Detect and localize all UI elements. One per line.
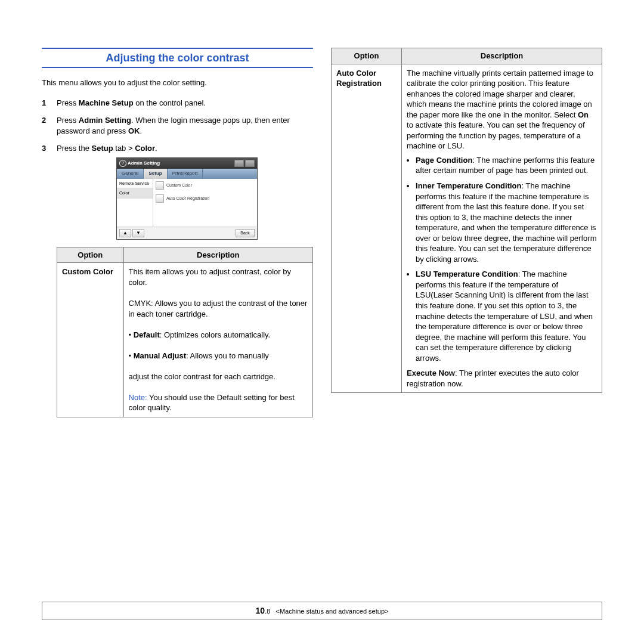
th-option: Option <box>332 48 402 64</box>
side-item: Remote Service <box>117 179 153 188</box>
checkbox-icon <box>156 181 164 190</box>
step-2: 2Press Admin Setting. When the login mes… <box>42 115 313 136</box>
tab-setup: Setup <box>144 169 167 179</box>
step-num: 2 <box>42 115 51 136</box>
step-1: 1Press Machine Setup on the control pane… <box>42 98 313 109</box>
step-num: 3 <box>42 143 51 417</box>
option-description: This item allows you to adjust contrast,… <box>123 263 312 417</box>
page-footer: 10.8 <Machine status and advanced setup> <box>42 602 602 620</box>
titlebar-btn <box>234 160 244 167</box>
option-name: Auto Color Registration <box>336 69 382 88</box>
tab-general: General <box>117 169 144 179</box>
back-button: Back <box>236 229 255 237</box>
up-arrow-icon: ▲ <box>119 229 131 237</box>
option-label: Auto Color Registration <box>166 196 209 201</box>
th-description: Description <box>123 247 312 263</box>
option-description: The machine virtually prints certain pat… <box>402 64 602 393</box>
help-icon: ? <box>119 160 126 167</box>
options-table-1: OptionDescription Custom Color This item… <box>57 247 313 417</box>
intro-text: This menu allows you to adjust the color… <box>42 78 313 88</box>
th-option: Option <box>57 247 124 263</box>
options-table-2: OptionDescription Auto Color Registratio… <box>331 48 602 393</box>
titlebar-btn <box>245 160 255 167</box>
option-label: Custom Color <box>166 182 192 188</box>
th-description: Description <box>402 48 602 64</box>
down-arrow-icon: ▼ <box>132 229 144 237</box>
step-3: 3 Press the Setup tab > Color. ?Admin Se… <box>42 143 313 417</box>
window-title: Admin Setting <box>128 160 160 166</box>
checkbox-icon <box>156 194 164 203</box>
tab-print-report: Print/Report <box>168 169 203 179</box>
step-num: 1 <box>42 98 51 109</box>
ui-screenshot: ?Admin Setting GeneralSetupPrint/Report … <box>116 157 258 240</box>
side-item: Color <box>117 188 153 198</box>
section-heading: Adjusting the color contrast <box>42 48 313 68</box>
option-name: Custom Color <box>62 267 113 276</box>
